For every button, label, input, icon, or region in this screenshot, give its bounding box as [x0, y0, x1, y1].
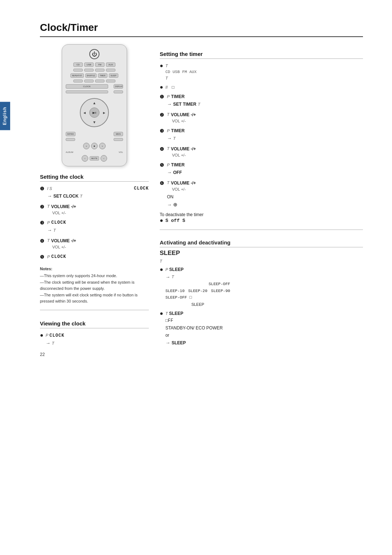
nav-circle: ▲ ▼ ◄ ► ▶II	[80, 98, 109, 127]
clock-step-5-prefix: P	[47, 254, 50, 260]
page-number: 22	[40, 352, 45, 357]
viewing-clock-bullet: ● P CLOCK → T	[40, 332, 149, 347]
sleep-90: SLEEP-90	[211, 288, 230, 294]
sleep-b2-dot: ●	[160, 311, 163, 316]
clock-step-2-num: ❷	[40, 203, 45, 211]
sidebar-language-tab: English	[0, 102, 10, 130]
cd-slot	[73, 69, 83, 72]
timer-step-6: ❻ T VOLUME -/+ VOL +/- ON → ⊕	[160, 180, 363, 209]
sleep-bullet-2: ● T SLEEP □FF STANDBY-ON/ ECO POWER or →…	[160, 310, 363, 347]
timer-arrow-5: →	[167, 169, 172, 176]
sleep-or: or	[166, 332, 223, 339]
sleep-button: SLEEP	[109, 73, 118, 78]
timer-bullet-1-content: T CD USB FM AUX T	[166, 62, 197, 81]
timer-step-4-content: T VOLUME -/+ VOL +/-	[167, 146, 363, 158]
clock-step-4-sub: VOL +/-	[52, 244, 149, 250]
timer-steps-list: ❶ P TIMER → SET TIMER T	[160, 93, 363, 208]
sleep-arrow-1: →	[166, 274, 170, 281]
sleep-bullet-1: ● P SLEEP → T SLEEP-OFF SLEEP-10	[160, 266, 363, 308]
shuffle-button: SHUFFLE	[85, 73, 97, 78]
sleep-slot	[106, 80, 115, 82]
power-button-icon: ⏻	[89, 49, 99, 59]
timer-step-4-num: ❹	[160, 146, 165, 153]
sleep-b1-suffix: T	[172, 274, 174, 280]
deactivate-timer-bullet: ● S off S	[160, 217, 363, 224]
clock-step-1: ❶ I S CLOCK → SET CLOCK T	[40, 185, 149, 200]
sleep-b2-content: T SLEEP □FF STANDBY-ON/ ECO POWER or → S…	[166, 310, 223, 347]
timer-bullet-2-dot: ●	[160, 84, 163, 90]
clock-step-3-num: ❸	[40, 219, 45, 227]
usb-button: USB	[84, 62, 94, 67]
clock-step-1-content: I S CLOCK → SET CLOCK T	[47, 185, 149, 200]
display-button: DISPLAY	[114, 84, 123, 89]
timer-step-4: ❹ T VOLUME -/+ VOL +/-	[160, 146, 363, 158]
deactivate-off-text: S off S	[166, 217, 185, 224]
timer-step-5-num: ❺	[160, 162, 165, 169]
clock-step-2-prefix: T	[47, 203, 50, 210]
timer-step-2-num: ❷	[160, 112, 165, 119]
clock-step-4-prefix: T	[47, 238, 50, 244]
shuffle-slot	[84, 80, 94, 82]
timer-step-3: ❸ P TIMER → T	[160, 127, 363, 142]
sleep-b2-keyword: SLEEP	[169, 311, 183, 316]
timer-s4-sub: VOL +/-	[172, 152, 363, 158]
clock-step-4: ❹ T VOLUME -/+ VOL +/-	[40, 238, 149, 250]
plus-left-button: +	[83, 143, 90, 149]
nav-up-arrow: ▲	[93, 101, 96, 105]
aux-slot	[106, 69, 115, 72]
sleep-arrow-line-2: → SLEEP	[166, 339, 223, 347]
timer-s3-keyword: TIMER	[171, 127, 184, 134]
timer-arrow-6: →	[167, 201, 172, 208]
timer-bullet-2-content: II □	[166, 84, 175, 90]
control-buttons-row: REPEAT/ST. SHUFFLE TIMER SLEEP	[66, 73, 123, 78]
nav-section: ▲ ▼ ◄ ► ▶II	[66, 97, 123, 129]
album-vol-row: ALBUM VOL	[66, 151, 123, 153]
timer-s3-suffix: T	[173, 135, 176, 142]
timer-b1-sub2: T	[166, 75, 197, 81]
album-label: ALBUM	[66, 151, 73, 153]
deactivate-dot: ●	[160, 218, 163, 223]
timer-step-6-num: ❻	[160, 180, 165, 187]
source-buttons-row: CD USB FM AUX	[66, 62, 123, 67]
aux-button: AUX	[106, 62, 115, 67]
clock-step-3-keyword: CLOCK	[51, 219, 66, 226]
viewing-clock-suffix: T	[52, 340, 54, 347]
set-clock-label: SET CLOCK	[53, 193, 78, 199]
timer-s6-circle: ⊕	[173, 201, 177, 208]
sleep-standby: STANDBY-ON/ ECO POWER	[166, 325, 223, 331]
left-column: ⏻ CD USB FM AUX	[40, 44, 149, 350]
sleep-title: SLEEP	[160, 250, 363, 257]
intro-mds-row: INTRO MDS	[66, 132, 123, 136]
timer-s2-keyword: VOLUME -/+	[171, 112, 196, 118]
clock-step-3-content: P CLOCK → T	[47, 219, 149, 234]
clock-step-5: ❺ P CLOCK	[40, 254, 149, 261]
minus-left-button: −	[82, 155, 88, 162]
sleep-options: SLEEP-10 SLEEP-20 SLEEP-90	[166, 288, 230, 294]
timer-s2-prefix: T	[167, 112, 170, 118]
viewing-clock-keyword: CLOCK	[49, 333, 64, 338]
repeat-button: REPEAT/ST.	[70, 73, 83, 78]
timer-button: TIMER	[98, 73, 107, 78]
clock-step-1-num: ❶	[40, 185, 45, 193]
right-column: Setting the timer ● T CD USB FM AUX T ● …	[160, 44, 363, 350]
sleep-b1-keyword: SLEEP	[169, 267, 183, 272]
fm-slot	[95, 69, 105, 72]
clock-notes: Notes: —This system only supports 24-hou…	[40, 266, 149, 305]
timer-step-3-content: P TIMER → T	[167, 127, 363, 142]
timer-step-3-num: ❸	[160, 127, 165, 135]
nav-right-arrow: ►	[102, 111, 106, 115]
timer-s5-off: OFF	[173, 169, 182, 176]
timer-step-1: ❶ P TIMER → SET TIMER T	[160, 93, 363, 108]
mds-button: MDS	[114, 132, 123, 136]
remote-control: ⏻ CD USB FM AUX	[62, 44, 127, 166]
repeat-slot	[73, 80, 83, 82]
page: English Clock/Timer ⏻ CD USB FM AUX	[0, 0, 392, 372]
clock-display-row: CLOCK DISPLAY	[66, 84, 123, 89]
timer-s4-prefix: T	[167, 146, 170, 152]
stop-button: ■	[91, 143, 98, 149]
vol-label: VOL	[119, 151, 123, 153]
timer-s6-keyword: VOLUME -/+	[171, 180, 196, 186]
timer-s6-sub: VOL +/-	[172, 186, 363, 193]
sleep-off-label: SLEEP-OFF	[166, 281, 230, 287]
setting-timer-title: Setting the timer	[160, 51, 363, 59]
